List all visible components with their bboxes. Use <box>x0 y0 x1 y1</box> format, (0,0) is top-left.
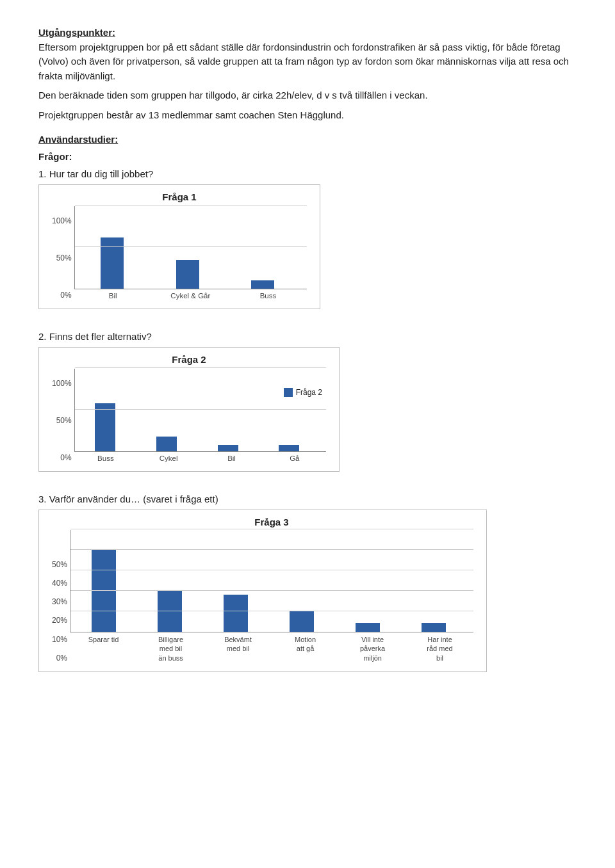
q3-bar-billigare-rect <box>158 591 182 632</box>
gridline-100 <box>75 205 307 205</box>
q3-gridline-10 <box>70 611 473 611</box>
q3-bar-bekvamt <box>202 595 268 632</box>
q1-label: 1. Hur tar du dig till jobbet? <box>38 168 577 179</box>
intro-section: Utgångspunkter: Eftersom projektgruppen … <box>38 26 577 122</box>
q3-bar-motion-rect <box>290 611 314 632</box>
fragor-heading: Frågor: <box>38 151 577 162</box>
q3-chart: 50% 40% 30% 20% 10% 0% Fråga 3 <box>38 510 487 672</box>
q1-bar-bil-rect <box>101 237 124 289</box>
q2-y-labels: 100% 50% 0% <box>52 379 74 462</box>
q3-bar-area <box>70 530 473 632</box>
q1-bar-area <box>74 206 307 289</box>
q3-xlabel-har-inte: Har interåd medbil <box>406 635 473 663</box>
intro-paragraph3: Projektgruppen består av 13 medlemmar sa… <box>38 108 577 123</box>
q3-bar-vill-inte-rect <box>356 623 380 632</box>
anvandarstudier-heading: Användarstudier: <box>38 134 577 145</box>
question-3: 3. Varför använder du… (svaret i fråga e… <box>38 494 577 687</box>
q3-bar-bekvamt-rect <box>224 595 248 632</box>
q1-xlabel-bil: Bil <box>74 292 152 300</box>
q2-chart-title: Fråga 2 <box>52 354 326 365</box>
q2-x-labels: Buss Cykel Bil Gå <box>74 452 326 462</box>
q2-bar-buss <box>75 403 136 451</box>
q3-gridline-40 <box>70 549 473 550</box>
q3-xlabel-sparar: Sparar tid <box>70 635 137 644</box>
q2-legend: Fråga 2 <box>284 388 322 397</box>
q3-gridline-30 <box>70 570 473 570</box>
q1-x-labels: Bil Cykel & Går Buss <box>74 289 307 300</box>
q3-chart-title: Fråga 3 <box>70 517 473 527</box>
q2-bar-ga <box>258 445 320 451</box>
q3-bar-sparar-tid <box>70 550 136 632</box>
question-2: 2. Finns det fler alternativ? Fråga 2 10… <box>38 331 577 487</box>
q1-bar-bil <box>75 237 150 289</box>
gridline-50 <box>75 246 307 247</box>
q3-xlabel-motion: Motionatt gå <box>272 635 339 654</box>
q2-bar-ga-rect <box>279 445 299 451</box>
q2-bar-buss-rect <box>95 403 115 451</box>
q2-xlabel-cykel: Cykel <box>137 454 200 462</box>
intro-paragraph2: Den beräknade tiden som gruppen har till… <box>38 88 577 103</box>
q3-gridline-50 <box>70 529 473 529</box>
q3-bar-sparar-tid-rect <box>92 550 116 632</box>
q3-label: 3. Varför använder du… (svaret i fråga e… <box>38 494 577 504</box>
q2-legend-box <box>284 388 293 397</box>
q2-legend-label: Fråga 2 <box>296 388 322 397</box>
q2-chart: Fråga 2 100% 50% 0% <box>38 347 340 472</box>
intro-paragraph1: Eftersom projektgruppen bor på ett sådan… <box>38 42 569 81</box>
anvandarstudier-section: Användarstudier: <box>38 134 577 145</box>
fragor-section: Frågor: 1. Hur tar du dig till jobbet? F… <box>38 151 577 687</box>
q3-bar-har-inte-rect <box>422 623 446 632</box>
q2-bar-bil-rect <box>218 445 238 451</box>
q1-y-labels: 100% 50% 0% <box>52 216 74 300</box>
q1-bar-cykel-rect <box>176 260 199 289</box>
q1-xlabel-buss: Buss <box>229 292 307 300</box>
q3-bar-motion <box>269 611 335 632</box>
q1-bar-cykel <box>150 260 225 289</box>
q1-chart-title: Fråga 1 <box>52 191 307 202</box>
q2-bar-cykel-rect <box>156 437 177 451</box>
question-1: 1. Hur tar du dig till jobbet? Fråga 1 1… <box>38 168 577 325</box>
utgangspunkter-heading: Utgångspunkter: <box>38 27 115 38</box>
q3-bar-billigare <box>136 591 202 632</box>
q3-gridline-20 <box>70 590 473 591</box>
q1-bar-buss <box>226 280 300 289</box>
q2-bar-area: Fråga 2 <box>74 369 326 452</box>
q2-label: 2. Finns det fler alternativ? <box>38 331 577 342</box>
q3-xlabel-vill-inte: Vill intepåverkamiljön <box>339 635 406 663</box>
q2-gridline-50 <box>75 409 326 410</box>
q2-bar-cykel <box>136 437 197 451</box>
q1-xlabel-cykel: Cykel & Går <box>152 292 229 300</box>
q2-xlabel-bil: Bil <box>200 454 263 462</box>
q1-chart: Fråga 1 100% 50% 0% <box>38 184 320 309</box>
q3-x-labels: Sparar tid Billigaremed bilän buss Bekvä… <box>70 632 473 663</box>
q1-bar-buss-rect <box>251 280 274 289</box>
q3-bar-vill-inte <box>335 623 401 632</box>
q2-xlabel-buss: Buss <box>74 454 137 462</box>
q2-xlabel-ga: Gå <box>263 454 326 462</box>
q2-gridline-100 <box>75 367 326 368</box>
q3-xlabel-bekvamt: Bekvämtmed bil <box>204 635 272 654</box>
q3-xlabel-billigare: Billigaremed bilän buss <box>137 635 204 663</box>
q2-bar-bil <box>197 445 259 451</box>
q3-y-labels: 50% 40% 30% 20% 10% 0% <box>52 560 70 663</box>
q3-bar-har-inte <box>401 623 467 632</box>
